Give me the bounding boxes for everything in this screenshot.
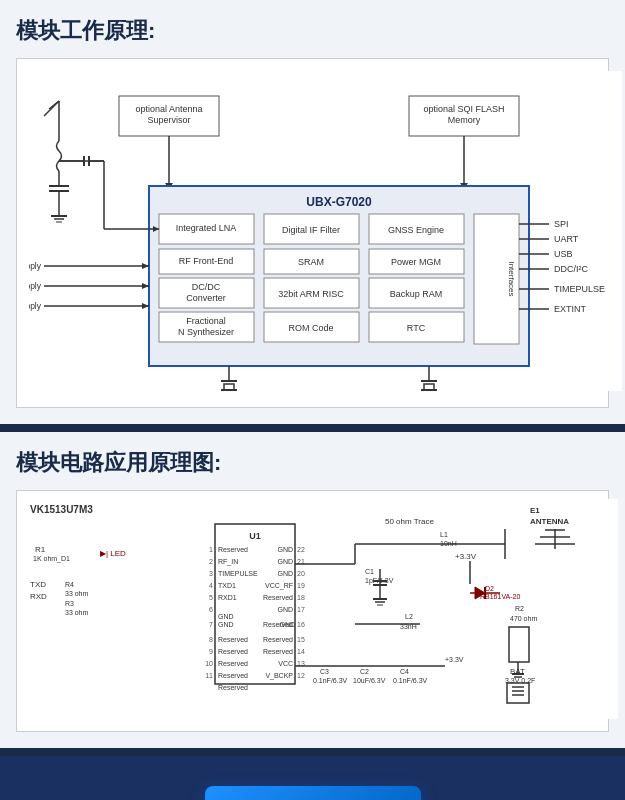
section1-title: 模块工作原理: xyxy=(16,16,609,46)
svg-text:+3.3V: +3.3V xyxy=(445,656,464,663)
svg-text:Backup RAM: Backup RAM xyxy=(390,289,443,299)
svg-text:USB: USB xyxy=(554,249,573,259)
svg-text:RB161VA-20: RB161VA-20 xyxy=(480,593,520,600)
svg-text:Reserved: Reserved xyxy=(218,648,248,655)
svg-text:RXD: RXD xyxy=(30,592,47,601)
svg-text:N Synthesizer: N Synthesizer xyxy=(178,327,234,337)
bottom-section: 产品描述 xyxy=(0,756,625,800)
circuit-diagram-section: 模块电路应用原理图: VK1513U7M3 U1 1 2 3 4 5 6 7 8… xyxy=(0,432,625,748)
svg-text:Digital IF Filter: Digital IF Filter xyxy=(282,225,340,235)
svg-text:Power MGM: Power MGM xyxy=(391,257,441,267)
svg-text:I/O Supply: I/O Supply xyxy=(29,281,42,291)
svg-text:9: 9 xyxy=(209,648,213,655)
svg-text:GND: GND xyxy=(277,606,293,613)
svg-text:DC/DC: DC/DC xyxy=(192,282,221,292)
svg-text:optional SQI FLASH: optional SQI FLASH xyxy=(423,104,504,114)
svg-text:GND: GND xyxy=(279,621,295,628)
svg-text:L1: L1 xyxy=(440,531,448,538)
product-description-button[interactable]: 产品描述 xyxy=(205,786,421,800)
svg-text:GND: GND xyxy=(218,613,234,620)
svg-text:8: 8 xyxy=(209,636,213,643)
svg-text:DDC/I²C: DDC/I²C xyxy=(554,264,588,274)
svg-text:5: 5 xyxy=(209,594,213,601)
svg-text:4: 4 xyxy=(209,582,213,589)
svg-text:12: 12 xyxy=(297,672,305,679)
svg-text:C1: C1 xyxy=(365,568,374,575)
block-diagram-section: 模块工作原理: xyxy=(0,0,625,424)
svg-text:GND: GND xyxy=(277,558,293,565)
circuit-diagram-container: VK1513U7M3 U1 1 2 3 4 5 6 7 8 9 10 11 Re… xyxy=(16,490,609,732)
svg-text:ROM Code: ROM Code xyxy=(288,323,333,333)
svg-text:15: 15 xyxy=(297,636,305,643)
svg-text:L2: L2 xyxy=(405,613,413,620)
svg-text:VK1513U7M3: VK1513U7M3 xyxy=(30,504,93,515)
svg-text:C3: C3 xyxy=(320,668,329,675)
svg-text:0.1nF/6.3V: 0.1nF/6.3V xyxy=(393,677,428,684)
svg-text:3: 3 xyxy=(209,570,213,577)
svg-text:TXD: TXD xyxy=(30,580,46,589)
svg-text:1: 1 xyxy=(209,546,213,553)
svg-text:R4: R4 xyxy=(65,581,74,588)
svg-text:Reserved: Reserved xyxy=(263,648,293,655)
svg-text:UART: UART xyxy=(554,234,579,244)
svg-text:Fractional: Fractional xyxy=(186,316,226,326)
svg-text:Memory: Memory xyxy=(448,115,481,125)
svg-text:TIMEPULSE: TIMEPULSE xyxy=(554,284,605,294)
svg-text:▶| LED: ▶| LED xyxy=(100,549,126,558)
svg-text:UBX-G7020: UBX-G7020 xyxy=(306,195,372,209)
svg-text:16: 16 xyxy=(297,621,305,628)
svg-text:D2: D2 xyxy=(485,585,494,592)
svg-text:Reserved: Reserved xyxy=(218,636,248,643)
svg-text:19: 19 xyxy=(297,582,305,589)
svg-text:R1: R1 xyxy=(35,545,46,554)
svg-rect-183 xyxy=(509,627,529,662)
svg-text:EXTINT: EXTINT xyxy=(554,304,587,314)
svg-text:33 ohm: 33 ohm xyxy=(65,590,89,597)
svg-text:10nH: 10nH xyxy=(440,540,457,547)
svg-text:C4: C4 xyxy=(400,668,409,675)
svg-text:2: 2 xyxy=(209,558,213,565)
block-diagram-svg: optional Antenna Supervisor optional SQI… xyxy=(29,71,622,391)
svg-text:Interfaces: Interfaces xyxy=(507,261,516,296)
svg-text:ANTENNA: ANTENNA xyxy=(530,517,569,526)
svg-text:20: 20 xyxy=(297,570,305,577)
svg-text:VCC: VCC xyxy=(278,660,293,667)
svg-text:R3: R3 xyxy=(65,600,74,607)
svg-rect-189 xyxy=(507,683,529,703)
svg-text:1K ohm_D1: 1K ohm_D1 xyxy=(33,555,70,563)
svg-text:Reserved: Reserved xyxy=(263,636,293,643)
svg-text:VCC_RF: VCC_RF xyxy=(265,582,293,590)
svg-text:470 ohm: 470 ohm xyxy=(510,615,537,622)
svg-text:RXD1: RXD1 xyxy=(218,594,237,601)
svg-text:SRAM: SRAM xyxy=(298,257,324,267)
svg-text:10uF/6.3V: 10uF/6.3V xyxy=(353,677,386,684)
svg-text:GNSS Engine: GNSS Engine xyxy=(388,225,444,235)
svg-text:7: 7 xyxy=(209,621,213,628)
svg-text:14: 14 xyxy=(297,648,305,655)
svg-text:Reserved: Reserved xyxy=(218,660,248,667)
svg-text:TXD1: TXD1 xyxy=(218,582,236,589)
svg-text:Reserved: Reserved xyxy=(218,546,248,553)
svg-text:0.1nF/6.3V: 0.1nF/6.3V xyxy=(313,677,348,684)
svg-text:17: 17 xyxy=(297,606,305,613)
svg-text:32bit ARM RISC: 32bit ARM RISC xyxy=(278,289,344,299)
block-diagram-container: optional Antenna Supervisor optional SQI… xyxy=(16,58,609,408)
svg-text:Supervisor: Supervisor xyxy=(147,115,190,125)
svg-text:RF_IN: RF_IN xyxy=(218,558,238,566)
svg-text:33 ohm: 33 ohm xyxy=(65,609,89,616)
svg-text:50 ohm Trace: 50 ohm Trace xyxy=(385,517,434,526)
svg-text:V_BCKP: V_BCKP xyxy=(265,672,293,680)
svg-text:RF Front-End: RF Front-End xyxy=(179,256,234,266)
svg-text:11: 11 xyxy=(205,672,213,679)
svg-text:R2: R2 xyxy=(515,605,524,612)
svg-text:RTC: RTC xyxy=(407,323,426,333)
svg-text:18: 18 xyxy=(297,594,305,601)
svg-text:optional Antenna: optional Antenna xyxy=(135,104,202,114)
svg-text:Reserved: Reserved xyxy=(263,594,293,601)
svg-text:Main Supply: Main Supply xyxy=(29,261,42,271)
svg-text:SPI: SPI xyxy=(554,219,569,229)
svg-text:Backup Supply: Backup Supply xyxy=(29,301,42,311)
svg-text:GND: GND xyxy=(277,546,293,553)
section2-title: 模块电路应用原理图: xyxy=(16,448,609,478)
svg-text:GND: GND xyxy=(218,621,234,628)
